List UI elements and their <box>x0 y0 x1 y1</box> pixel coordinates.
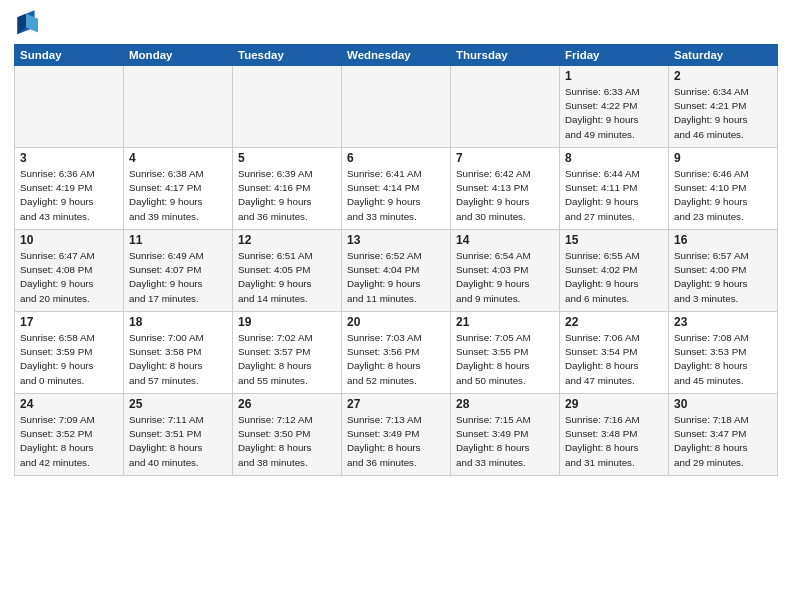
day-number: 16 <box>674 233 772 247</box>
day-cell: 28Sunrise: 7:15 AM Sunset: 3:49 PM Dayli… <box>451 394 560 476</box>
day-info: Sunrise: 6:55 AM Sunset: 4:02 PM Dayligh… <box>565 249 663 306</box>
day-info: Sunrise: 7:11 AM Sunset: 3:51 PM Dayligh… <box>129 413 227 470</box>
day-cell: 14Sunrise: 6:54 AM Sunset: 4:03 PM Dayli… <box>451 230 560 312</box>
day-cell: 16Sunrise: 6:57 AM Sunset: 4:00 PM Dayli… <box>669 230 778 312</box>
day-cell <box>124 66 233 148</box>
day-cell: 10Sunrise: 6:47 AM Sunset: 4:08 PM Dayli… <box>15 230 124 312</box>
day-number: 10 <box>20 233 118 247</box>
day-cell: 17Sunrise: 6:58 AM Sunset: 3:59 PM Dayli… <box>15 312 124 394</box>
day-number: 8 <box>565 151 663 165</box>
day-info: Sunrise: 6:38 AM Sunset: 4:17 PM Dayligh… <box>129 167 227 224</box>
day-cell: 27Sunrise: 7:13 AM Sunset: 3:49 PM Dayli… <box>342 394 451 476</box>
day-info: Sunrise: 7:05 AM Sunset: 3:55 PM Dayligh… <box>456 331 554 388</box>
day-cell: 9Sunrise: 6:46 AM Sunset: 4:10 PM Daylig… <box>669 148 778 230</box>
logo-icon <box>14 10 38 38</box>
day-info: Sunrise: 7:06 AM Sunset: 3:54 PM Dayligh… <box>565 331 663 388</box>
day-cell: 7Sunrise: 6:42 AM Sunset: 4:13 PM Daylig… <box>451 148 560 230</box>
week-row-2: 3Sunrise: 6:36 AM Sunset: 4:19 PM Daylig… <box>15 148 778 230</box>
day-info: Sunrise: 6:46 AM Sunset: 4:10 PM Dayligh… <box>674 167 772 224</box>
day-number: 17 <box>20 315 118 329</box>
day-number: 29 <box>565 397 663 411</box>
day-cell: 11Sunrise: 6:49 AM Sunset: 4:07 PM Dayli… <box>124 230 233 312</box>
day-cell: 4Sunrise: 6:38 AM Sunset: 4:17 PM Daylig… <box>124 148 233 230</box>
col-header-friday: Friday <box>560 45 669 66</box>
day-cell: 25Sunrise: 7:11 AM Sunset: 3:51 PM Dayli… <box>124 394 233 476</box>
day-info: Sunrise: 7:00 AM Sunset: 3:58 PM Dayligh… <box>129 331 227 388</box>
day-number: 11 <box>129 233 227 247</box>
week-row-5: 24Sunrise: 7:09 AM Sunset: 3:52 PM Dayli… <box>15 394 778 476</box>
day-number: 26 <box>238 397 336 411</box>
day-number: 28 <box>456 397 554 411</box>
logo <box>14 10 42 38</box>
day-info: Sunrise: 7:03 AM Sunset: 3:56 PM Dayligh… <box>347 331 445 388</box>
day-info: Sunrise: 6:47 AM Sunset: 4:08 PM Dayligh… <box>20 249 118 306</box>
day-info: Sunrise: 6:57 AM Sunset: 4:00 PM Dayligh… <box>674 249 772 306</box>
day-cell: 13Sunrise: 6:52 AM Sunset: 4:04 PM Dayli… <box>342 230 451 312</box>
day-cell <box>15 66 124 148</box>
day-info: Sunrise: 6:33 AM Sunset: 4:22 PM Dayligh… <box>565 85 663 142</box>
day-number: 24 <box>20 397 118 411</box>
page-container: SundayMondayTuesdayWednesdayThursdayFrid… <box>0 0 792 612</box>
day-number: 4 <box>129 151 227 165</box>
day-cell: 30Sunrise: 7:18 AM Sunset: 3:47 PM Dayli… <box>669 394 778 476</box>
day-cell: 22Sunrise: 7:06 AM Sunset: 3:54 PM Dayli… <box>560 312 669 394</box>
day-number: 13 <box>347 233 445 247</box>
col-header-thursday: Thursday <box>451 45 560 66</box>
day-info: Sunrise: 7:12 AM Sunset: 3:50 PM Dayligh… <box>238 413 336 470</box>
week-row-4: 17Sunrise: 6:58 AM Sunset: 3:59 PM Dayli… <box>15 312 778 394</box>
day-number: 22 <box>565 315 663 329</box>
day-info: Sunrise: 7:02 AM Sunset: 3:57 PM Dayligh… <box>238 331 336 388</box>
day-info: Sunrise: 7:13 AM Sunset: 3:49 PM Dayligh… <box>347 413 445 470</box>
day-cell: 20Sunrise: 7:03 AM Sunset: 3:56 PM Dayli… <box>342 312 451 394</box>
day-info: Sunrise: 6:51 AM Sunset: 4:05 PM Dayligh… <box>238 249 336 306</box>
day-info: Sunrise: 6:42 AM Sunset: 4:13 PM Dayligh… <box>456 167 554 224</box>
day-cell: 21Sunrise: 7:05 AM Sunset: 3:55 PM Dayli… <box>451 312 560 394</box>
header <box>14 10 778 38</box>
day-cell: 2Sunrise: 6:34 AM Sunset: 4:21 PM Daylig… <box>669 66 778 148</box>
day-cell: 5Sunrise: 6:39 AM Sunset: 4:16 PM Daylig… <box>233 148 342 230</box>
day-cell: 3Sunrise: 6:36 AM Sunset: 4:19 PM Daylig… <box>15 148 124 230</box>
day-cell: 24Sunrise: 7:09 AM Sunset: 3:52 PM Dayli… <box>15 394 124 476</box>
week-row-1: 1Sunrise: 6:33 AM Sunset: 4:22 PM Daylig… <box>15 66 778 148</box>
day-info: Sunrise: 6:36 AM Sunset: 4:19 PM Dayligh… <box>20 167 118 224</box>
day-info: Sunrise: 6:44 AM Sunset: 4:11 PM Dayligh… <box>565 167 663 224</box>
day-cell: 23Sunrise: 7:08 AM Sunset: 3:53 PM Dayli… <box>669 312 778 394</box>
day-cell: 1Sunrise: 6:33 AM Sunset: 4:22 PM Daylig… <box>560 66 669 148</box>
day-number: 18 <box>129 315 227 329</box>
day-info: Sunrise: 6:58 AM Sunset: 3:59 PM Dayligh… <box>20 331 118 388</box>
day-cell: 18Sunrise: 7:00 AM Sunset: 3:58 PM Dayli… <box>124 312 233 394</box>
header-row: SundayMondayTuesdayWednesdayThursdayFrid… <box>15 45 778 66</box>
day-info: Sunrise: 6:39 AM Sunset: 4:16 PM Dayligh… <box>238 167 336 224</box>
day-number: 19 <box>238 315 336 329</box>
col-header-sunday: Sunday <box>15 45 124 66</box>
day-info: Sunrise: 7:18 AM Sunset: 3:47 PM Dayligh… <box>674 413 772 470</box>
day-number: 23 <box>674 315 772 329</box>
col-header-saturday: Saturday <box>669 45 778 66</box>
day-number: 2 <box>674 69 772 83</box>
col-header-tuesday: Tuesday <box>233 45 342 66</box>
day-cell: 19Sunrise: 7:02 AM Sunset: 3:57 PM Dayli… <box>233 312 342 394</box>
day-info: Sunrise: 7:15 AM Sunset: 3:49 PM Dayligh… <box>456 413 554 470</box>
day-info: Sunrise: 6:34 AM Sunset: 4:21 PM Dayligh… <box>674 85 772 142</box>
day-number: 9 <box>674 151 772 165</box>
day-cell <box>342 66 451 148</box>
day-info: Sunrise: 7:08 AM Sunset: 3:53 PM Dayligh… <box>674 331 772 388</box>
day-number: 15 <box>565 233 663 247</box>
day-number: 20 <box>347 315 445 329</box>
day-number: 3 <box>20 151 118 165</box>
day-cell <box>233 66 342 148</box>
day-number: 14 <box>456 233 554 247</box>
day-cell: 29Sunrise: 7:16 AM Sunset: 3:48 PM Dayli… <box>560 394 669 476</box>
day-info: Sunrise: 6:54 AM Sunset: 4:03 PM Dayligh… <box>456 249 554 306</box>
calendar-table: SundayMondayTuesdayWednesdayThursdayFrid… <box>14 44 778 476</box>
day-cell: 15Sunrise: 6:55 AM Sunset: 4:02 PM Dayli… <box>560 230 669 312</box>
day-number: 25 <box>129 397 227 411</box>
day-info: Sunrise: 7:16 AM Sunset: 3:48 PM Dayligh… <box>565 413 663 470</box>
day-info: Sunrise: 6:41 AM Sunset: 4:14 PM Dayligh… <box>347 167 445 224</box>
week-row-3: 10Sunrise: 6:47 AM Sunset: 4:08 PM Dayli… <box>15 230 778 312</box>
day-number: 27 <box>347 397 445 411</box>
day-number: 21 <box>456 315 554 329</box>
day-info: Sunrise: 7:09 AM Sunset: 3:52 PM Dayligh… <box>20 413 118 470</box>
day-number: 30 <box>674 397 772 411</box>
day-number: 6 <box>347 151 445 165</box>
